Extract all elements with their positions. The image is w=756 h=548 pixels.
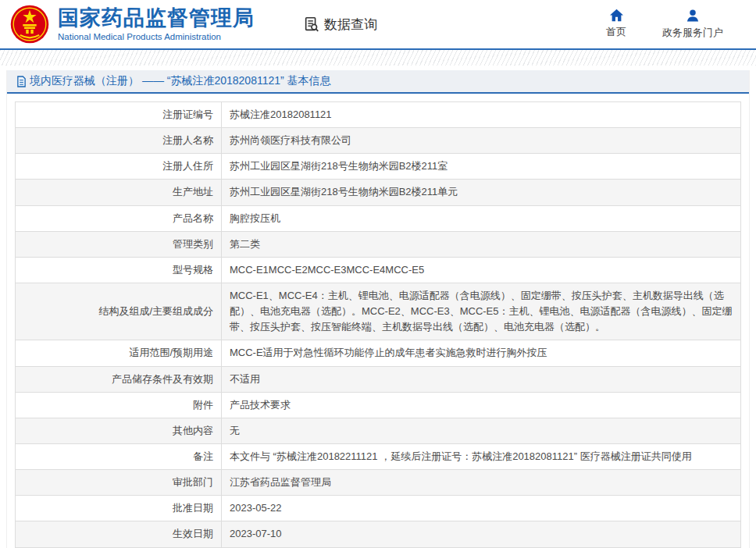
national-emblem-icon xyxy=(9,4,50,44)
page-title: 境内医疗器械（注册） —— “苏械注准20182081121” 基本信息 xyxy=(30,74,331,88)
info-table-wrap: 注册证编号苏械注准20182081121注册人名称苏州尚领医疗科技有限公司注册人… xyxy=(7,94,749,548)
nav-gov-portal-label: 政务服务门户 xyxy=(662,26,723,40)
doc-search-icon xyxy=(303,16,320,33)
top-nav: 首页 政务服务门户 xyxy=(606,9,734,40)
info-table: 注册证编号苏械注准20182081121注册人名称苏州尚领医疗科技有限公司注册人… xyxy=(15,101,741,548)
row-value: 苏州工业园区星湖街218号生物纳米园B2楼211室 xyxy=(222,154,741,180)
row-label: 注册人名称 xyxy=(16,128,222,154)
site-subtitle: National Medical Products Administration xyxy=(58,32,255,41)
row-value: 苏械注准20182081121 xyxy=(222,102,741,128)
row-label: 注册人住所 xyxy=(16,154,222,180)
row-label: 型号规格 xyxy=(16,257,222,283)
row-label: 注册证编号 xyxy=(16,102,222,128)
table-row: 审批部门江苏省药品监督管理局 xyxy=(16,470,741,496)
row-value: 无 xyxy=(222,418,741,443)
table-row: 结构及组成/主要组成成分MCC-E1、MCC-E4：主机、锂电池、电源适配器（含… xyxy=(16,283,741,340)
row-value: 胸腔按压机 xyxy=(222,205,741,231)
row-value: 苏州尚领医疗科技有限公司 xyxy=(222,128,741,154)
table-row: 备注本文件与 “苏械注准20182211121 ，延续后注册证号：苏械注准201… xyxy=(16,443,741,469)
row-value: MCC-E1MCC-E2MCC-E3MCC-E4MCC-E5 xyxy=(222,257,741,283)
row-label: 备注 xyxy=(16,443,222,469)
row-value: 不适用 xyxy=(222,366,741,392)
row-value: 2023-05-22 xyxy=(222,496,741,521)
row-value: 第二类 xyxy=(222,231,741,257)
row-label: 管理类别 xyxy=(16,231,222,257)
table-row: 生效日期2023-07-10 xyxy=(16,521,741,547)
brand-block: 国家药品监督管理局 National Medical Products Admi… xyxy=(58,7,255,42)
row-label: 生效日期 xyxy=(16,521,222,547)
table-row: 生产地址苏州工业园区星湖街218号生物纳米园B2楼211单元 xyxy=(16,180,741,205)
row-value: 产品技术要求 xyxy=(222,392,741,418)
breadcrumb: 境内医疗器械（注册） —— “苏械注准20182081121” 基本信息 xyxy=(7,70,749,94)
nav-gov-portal[interactable]: 政务服务门户 xyxy=(662,9,723,40)
row-label: 适用范围/预期用途 xyxy=(16,340,222,366)
row-label: 生产地址 xyxy=(16,180,222,205)
table-row: 注册人住所苏州工业园区星湖街218号生物纳米园B2楼211室 xyxy=(16,154,741,180)
row-label: 其他内容 xyxy=(16,418,222,443)
document-icon xyxy=(16,76,27,87)
table-row: 产品储存条件及有效期不适用 xyxy=(16,366,741,392)
table-row: 注册证编号苏械注准20182081121 xyxy=(16,102,741,128)
table-row: 管理类别第二类 xyxy=(16,231,741,257)
hatch-band xyxy=(0,50,756,66)
table-row: 其他内容无 xyxy=(16,418,741,443)
table-row: 注册人名称苏州尚领医疗科技有限公司 xyxy=(16,128,741,154)
nav-home-label: 首页 xyxy=(606,25,626,39)
table-row: 产品名称胸腔按压机 xyxy=(16,205,741,231)
row-label: 审批部门 xyxy=(16,470,222,496)
row-value: 江苏省药品监督管理局 xyxy=(222,470,741,496)
row-value: 苏州工业园区星湖街218号生物纳米园B2楼211单元 xyxy=(222,180,741,205)
data-query-label: 数据查询 xyxy=(324,16,377,34)
table-row: 批准日期2023-05-22 xyxy=(16,496,741,521)
row-value: 本文件与 “苏械注准20182211121 ，延续后注册证号：苏械注准20182… xyxy=(222,443,741,469)
home-icon xyxy=(609,9,624,22)
user-icon xyxy=(686,9,700,23)
data-query-tab[interactable]: 数据查询 xyxy=(303,16,377,34)
row-label: 产品储存条件及有效期 xyxy=(16,366,222,392)
nav-home[interactable]: 首页 xyxy=(606,9,626,39)
row-label: 批准日期 xyxy=(16,496,222,521)
table-row: 型号规格MCC-E1MCC-E2MCC-E3MCC-E4MCC-E5 xyxy=(16,257,741,283)
row-value: 2023-07-10 xyxy=(222,521,741,547)
table-row: 附件产品技术要求 xyxy=(16,392,741,418)
site-title: 国家药品监督管理局 xyxy=(58,7,255,30)
content-panel: 境内医疗器械（注册） —— “苏械注准20182081121” 基本信息 注册证… xyxy=(6,70,750,548)
row-value: MCC-E1、MCC-E4：主机、锂电池、电源适配器（含电源线）、固定绷带、按压… xyxy=(222,283,741,340)
info-table-body: 注册证编号苏械注准20182081121注册人名称苏州尚领医疗科技有限公司注册人… xyxy=(16,102,741,548)
row-label: 结构及组成/主要组成成分 xyxy=(16,283,222,340)
row-label: 产品名称 xyxy=(16,205,222,231)
site-header: 国家药品监督管理局 National Medical Products Admi… xyxy=(0,0,756,48)
row-value: MCC-E适用于对急性循环功能停止的成年患者实施急救时进行胸外按压 xyxy=(222,340,741,366)
row-label: 附件 xyxy=(16,392,222,418)
table-row: 适用范围/预期用途MCC-E适用于对急性循环功能停止的成年患者实施急救时进行胸外… xyxy=(16,340,741,366)
